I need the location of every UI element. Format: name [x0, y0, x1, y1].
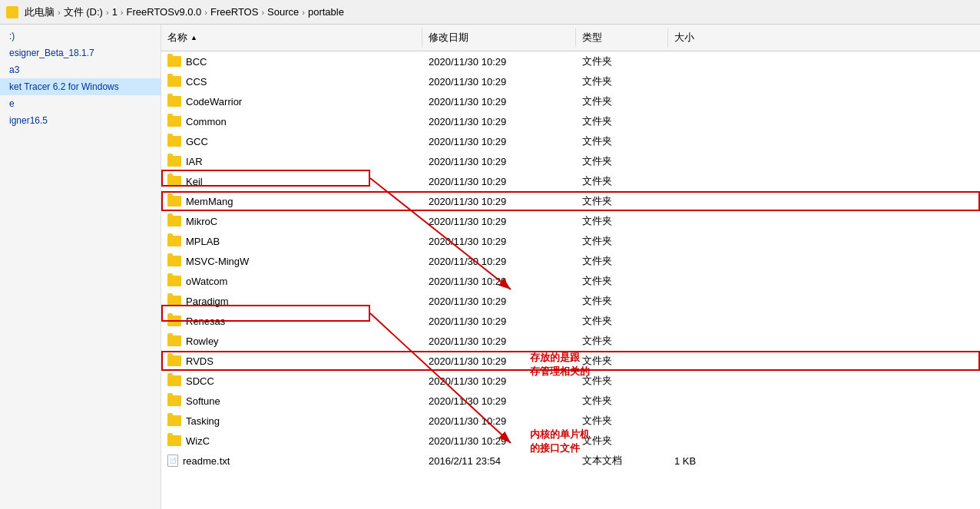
table-row[interactable]: WizC 2020/11/30 10:29 文件夹 — [161, 431, 980, 451]
file-date: 2020/11/30 10:29 — [429, 136, 506, 147]
file-date: 2020/11/30 10:29 — [429, 176, 506, 187]
folder-icon — [6, 6, 18, 18]
file-type-cell: 文件夹 — [576, 173, 668, 190]
file-type-cell: 文件夹 — [576, 332, 668, 349]
table-row[interactable]: RVDS 2020/11/30 10:29 文件夹 — [161, 351, 980, 371]
file-name-cell: Common — [161, 114, 422, 129]
table-row[interactable]: IAR 2020/11/30 10:29 文件夹 — [161, 151, 980, 171]
file-type: 文件夹 — [582, 74, 612, 88]
folder-icon — [167, 176, 181, 187]
sidebar-item-3[interactable]: a3 — [0, 61, 161, 78]
file-type-cell: 文本文档 — [576, 452, 668, 469]
file-type: 文件夹 — [582, 434, 612, 448]
col-size[interactable]: 大小 — [668, 28, 745, 48]
table-row[interactable]: CCS 2020/11/30 10:29 文件夹 — [161, 71, 980, 91]
file-type: 文件夹 — [582, 154, 612, 168]
table-row[interactable]: GCC 2020/11/30 10:29 文件夹 — [161, 131, 980, 151]
file-date: 2020/11/30 10:29 — [429, 56, 506, 68]
file-date-cell: 2020/11/30 10:29 — [422, 174, 576, 189]
file-type-cell: 文件夹 — [576, 412, 668, 429]
folder-icon — [167, 355, 181, 366]
file-type: 文件夹 — [582, 174, 612, 188]
file-name: MemMang — [186, 196, 233, 207]
sort-icon: ▲ — [190, 34, 197, 41]
file-date: 2020/11/30 10:29 — [429, 395, 506, 407]
file-name: BCC — [186, 56, 207, 68]
table-row[interactable]: Rowley 2020/11/30 10:29 文件夹 — [161, 331, 980, 351]
col-date[interactable]: 修改日期 — [422, 28, 576, 48]
file-name: SDCC — [186, 375, 214, 387]
file-name-cell: GCC — [161, 134, 422, 149]
file-name: Keil — [186, 176, 203, 187]
file-type: 文件夹 — [582, 234, 612, 248]
table-row[interactable]: oWatcom 2020/11/30 10:29 文件夹 — [161, 271, 980, 291]
breadcrumb-1[interactable]: 1 — [112, 6, 118, 18]
file-date: 2020/11/30 10:29 — [429, 116, 506, 127]
table-row[interactable]: SDCC 2020/11/30 10:29 文件夹 — [161, 371, 980, 391]
breadcrumb-source[interactable]: Source — [267, 6, 299, 18]
table-row[interactable]: MPLAB 2020/11/30 10:29 文件夹 — [161, 231, 980, 251]
sidebar-item-1[interactable]: :) — [0, 28, 161, 45]
file-name: WizC — [186, 435, 210, 447]
table-row[interactable]: BCC 2020/11/30 10:29 文件夹 — [161, 51, 980, 71]
file-type: 文件夹 — [582, 414, 612, 428]
file-date: 2020/11/30 10:29 — [429, 96, 506, 107]
file-type: 文件夹 — [582, 394, 612, 408]
table-row[interactable]: Keil 2020/11/30 10:29 文件夹 — [161, 171, 980, 191]
file-list[interactable]: BCC 2020/11/30 10:29 文件夹 CCS 2020/11/30 … — [161, 51, 980, 471]
table-row[interactable]: MikroC 2020/11/30 10:29 文件夹 — [161, 211, 980, 231]
file-date-cell: 2020/11/30 10:29 — [422, 414, 576, 428]
folder-icon — [167, 136, 181, 147]
sidebar-item-5[interactable]: e — [0, 95, 161, 112]
folder-icon — [167, 256, 181, 266]
file-name-cell: Rowley — [161, 334, 422, 349]
breadcrumb-freertos[interactable]: FreeRTOS — [210, 6, 258, 18]
file-explorer-window: 此电脑 › 文件 (D:) › 1 › FreeRTOSv9.0.0 › Fre… — [0, 0, 980, 509]
col-type[interactable]: 类型 — [576, 28, 668, 48]
file-date: 2020/11/30 10:29 — [429, 216, 506, 227]
folder-icon — [167, 196, 181, 207]
file-name: Rowley — [186, 335, 219, 347]
file-size-cell — [668, 359, 745, 362]
file-type-cell: 文件夹 — [576, 153, 668, 170]
sidebar-item-4[interactable]: ket Tracer 6.2 for Windows — [0, 78, 161, 95]
sidebar-item-2[interactable]: esigner_Beta_18.1.7 — [0, 45, 161, 61]
file-date-cell: 2020/11/30 10:29 — [422, 94, 576, 109]
breadcrumb-computer[interactable]: 此电脑 — [25, 5, 55, 19]
col-name[interactable]: 名称 ▲ — [161, 28, 422, 48]
file-type-cell: 文件夹 — [576, 273, 668, 289]
file-size-cell — [668, 60, 745, 63]
file-type-cell: 文件夹 — [576, 392, 668, 409]
table-row[interactable]: CodeWarrior 2020/11/30 10:29 文件夹 — [161, 91, 980, 111]
breadcrumb-portable[interactable]: portable — [308, 6, 344, 18]
table-row[interactable]: Common 2020/11/30 10:29 文件夹 — [161, 111, 980, 131]
table-row[interactable]: MSVC-MingW 2020/11/30 10:29 文件夹 — [161, 251, 980, 271]
file-date: 2016/2/11 23:54 — [429, 455, 501, 467]
file-size-cell — [668, 279, 745, 283]
file-type: 文件夹 — [582, 55, 612, 68]
file-date-cell: 2020/11/30 10:29 — [422, 274, 576, 289]
folder-icon — [167, 296, 181, 306]
breadcrumb-drive[interactable]: 文件 (D:) — [64, 5, 103, 19]
folder-icon — [167, 216, 181, 226]
table-row[interactable]: Renesas 2020/11/30 10:29 文件夹 — [161, 311, 980, 331]
table-row[interactable]: Tasking 2020/11/30 10:29 文件夹 — [161, 411, 980, 431]
table-row[interactable]: MemMang 2020/11/30 10:29 文件夹 — [161, 191, 980, 211]
file-type-cell: 文件夹 — [576, 133, 668, 150]
file-type: 文件夹 — [582, 374, 612, 388]
table-row[interactable]: Softune 2020/11/30 10:29 文件夹 — [161, 391, 980, 411]
table-row[interactable]: Paradigm 2020/11/30 10:29 文件夹 — [161, 291, 980, 311]
file-date-cell: 2020/11/30 10:29 — [422, 74, 576, 89]
content-area: 名称 ▲ 修改日期 类型 大小 BCC — [161, 25, 980, 509]
file-size-cell — [668, 80, 745, 83]
file-name-cell: SDCC — [161, 374, 422, 388]
table-row[interactable]: 📄 readme.txt 2016/2/11 23:54 文本文档 1 KB — [161, 451, 980, 471]
file-size-cell — [668, 120, 745, 123]
breadcrumb-freertos-version[interactable]: FreeRTOSv9.0.0 — [127, 6, 202, 18]
folder-icon — [167, 395, 181, 406]
file-date: 2020/11/30 10:29 — [429, 435, 506, 447]
file-name: MikroC — [186, 216, 217, 227]
folder-icon — [167, 236, 181, 246]
sidebar-item-6[interactable]: igner16.5 — [0, 112, 161, 129]
file-size-cell — [668, 259, 745, 263]
